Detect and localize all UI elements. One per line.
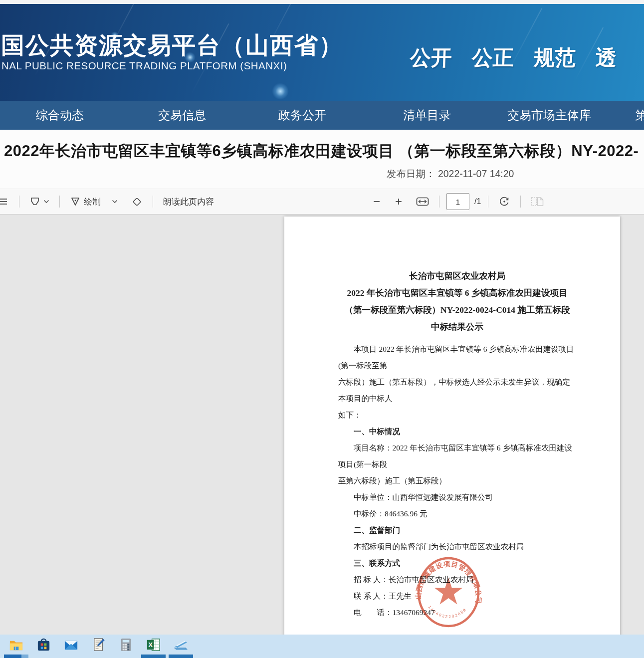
doc-paragraph-line: 如下： <box>338 407 576 423</box>
nav-item-comprehensive-news[interactable]: 综合动态 <box>36 101 84 130</box>
table-of-contents-icon[interactable] <box>0 195 12 209</box>
draw-button[interactable]: 绘制 <box>67 194 121 210</box>
page-number-input[interactable] <box>446 193 469 210</box>
pdf-toolbar-left: 绘制 朗读此页内容 <box>0 189 217 214</box>
publish-date-row: 发布日期： 2022-11-07 14:20 <box>387 167 514 181</box>
read-aloud-button[interactable]: 朗读此页内容 <box>160 194 217 210</box>
site-title-cn: 国公共资源交易平台（山西省） <box>1 30 343 61</box>
doc-section-heading: 一、中标情况 <box>338 423 576 439</box>
chevron-down-icon <box>43 200 49 204</box>
company-seal: 山西欣鑫建设项目管理有限公司 1404022202689 <box>414 555 483 630</box>
running-indicator <box>141 655 166 658</box>
pdf-viewer-area[interactable]: 长治市屯留区农业农村局 2022 年长治市屯留区丰宜镇等 6 乡镇高标准农田建设… <box>0 215 644 635</box>
svg-text:X: X <box>148 642 153 649</box>
toolbar-separator <box>19 196 19 208</box>
doc-paragraph-line: 本项目 2022 年长治市屯留区丰宜镇等 6 乡镇高标准农田建设项目(第一标段至… <box>338 341 576 374</box>
publish-date-value: 2022-11-07 14:20 <box>438 168 514 179</box>
nav-item-list-catalog[interactable]: 清单目录 <box>403 101 451 130</box>
svg-text:1404022202689: 1404022202689 <box>427 605 467 619</box>
scanner-icon <box>173 637 189 653</box>
page-total-label: /1 <box>474 197 481 206</box>
zoom-in-button[interactable]: + <box>392 194 405 210</box>
doc-paragraph-line: 本招标项目的监督部门为长治市屯留区农业农村局 <box>338 538 576 555</box>
publish-date-label: 发布日期： <box>387 168 435 179</box>
header-slogans: 公开 公正 规范 透 <box>410 44 617 72</box>
erase-button[interactable] <box>128 194 146 210</box>
running-indicator <box>169 655 193 658</box>
taskbar-scanner-button[interactable] <box>167 635 195 658</box>
pdf-toolbar-right: − + /1 <box>370 189 547 214</box>
eraser-icon <box>131 196 143 208</box>
pdf-toolbar: 绘制 朗读此页内容 − + /1 <box>0 189 644 215</box>
toolbar-separator <box>520 196 521 208</box>
slogan-open: 公开 <box>410 44 452 72</box>
highlighter-icon <box>29 196 40 207</box>
nav-item-market-entity-db[interactable]: 交易市场主体库 <box>507 101 591 130</box>
doc-paragraph-line: 至第六标段）施工（第五标段） <box>338 472 576 489</box>
taskbar-mail-button[interactable] <box>57 635 85 658</box>
doc-paragraph-line: 六标段）施工（第五标段），中标候选人经公示未发生异议，现确定本项目的中标人 <box>338 374 576 407</box>
slogan-transparent: 透 <box>595 44 617 72</box>
page-view-icon <box>531 196 544 207</box>
running-indicator <box>4 655 28 658</box>
doc-price-line: 中标价：846436.96 元 <box>338 505 576 522</box>
doc-title-line: 中标结果公示 <box>338 318 576 335</box>
taskbar-calculator-button[interactable] <box>112 635 140 658</box>
wordpad-icon <box>91 637 106 653</box>
toolbar-separator <box>153 196 153 208</box>
doc-paragraph-line: 项目名称：2022 年长治市屯留区丰宜镇等 6 乡镇高标准农田建设项目(第一标段 <box>338 439 576 472</box>
doc-winner-line: 中标单位：山西华恒远建设发展有限公司 <box>338 489 576 505</box>
calculator-icon <box>118 637 134 653</box>
excel-icon: X <box>146 637 161 653</box>
rotate-button[interactable] <box>495 194 513 210</box>
doc-title-line: 2022 年长治市屯留区丰宜镇等 6 乡镇高标准农田建设项目 <box>338 284 576 301</box>
doc-org-line: 长治市屯留区农业农村局 <box>338 267 576 284</box>
highlight-button[interactable] <box>26 194 52 209</box>
fit-to-width-button[interactable] <box>413 195 432 208</box>
toolbar-separator <box>488 196 488 208</box>
slogan-fair: 公正 <box>471 44 514 72</box>
page-view-button[interactable] <box>528 194 547 209</box>
toolbar-separator <box>439 196 439 208</box>
seal-star <box>434 578 462 605</box>
taskbar-store-button[interactable] <box>30 635 57 658</box>
windows-taskbar: X <box>0 635 644 658</box>
zoom-out-button[interactable]: − <box>370 194 383 210</box>
slogan-standard: 规范 <box>533 44 576 72</box>
nav-item-trade-info[interactable]: 交易信息 <box>158 101 206 130</box>
main-nav: 综合动态 交易信息 政务公开 清单目录 交易市场主体库 第 <box>0 101 644 130</box>
doc-title-line: （第一标段至第六标段）NY-2022-0024-C014 施工第五标段 <box>338 301 576 318</box>
rotate-icon <box>498 196 510 208</box>
chevron-down-icon <box>112 200 118 204</box>
nav-item-truncated[interactable]: 第 <box>635 101 644 130</box>
article-title: 2022年长治市屯留区丰宜镇等6乡镇高标准农田建设项目 （第一标段至第六标段）N… <box>4 141 639 162</box>
screen-top-strip <box>0 0 644 4</box>
fit-width-icon <box>416 197 429 206</box>
mail-icon <box>63 637 79 653</box>
seal-serial-text: 1404022202689 <box>427 605 467 619</box>
site-header: 国公共资源交易平台（山西省） NAL PUBLIC RESOURCE TRADI… <box>0 4 644 101</box>
microsoft-store-icon <box>36 637 51 653</box>
nav-item-gov-disclosure[interactable]: 政务公开 <box>278 101 326 130</box>
site-title-en: NAL PUBLIC RESOURCE TRADING PLATFORM (SH… <box>1 60 287 72</box>
pen-icon <box>70 196 81 207</box>
pdf-page: 长治市屯留区农业农村局 2022 年长治市屯留区丰宜镇等 6 乡镇高标准农田建设… <box>284 217 620 635</box>
doc-section-heading: 二、监督部门 <box>338 522 576 538</box>
article-head: 2022年长治市屯留区丰宜镇等6乡镇高标准农田建设项目 （第一标段至第六标段）N… <box>0 130 644 189</box>
file-explorer-icon <box>8 637 24 653</box>
taskbar-wordpad-button[interactable] <box>85 635 112 658</box>
draw-button-label: 绘制 <box>84 196 101 208</box>
taskbar-excel-button[interactable]: X <box>140 635 167 658</box>
taskbar-file-explorer-button[interactable] <box>2 635 30 658</box>
read-aloud-label: 朗读此页内容 <box>163 196 214 208</box>
header-decor-glow <box>272 83 289 100</box>
toolbar-separator <box>59 196 60 208</box>
